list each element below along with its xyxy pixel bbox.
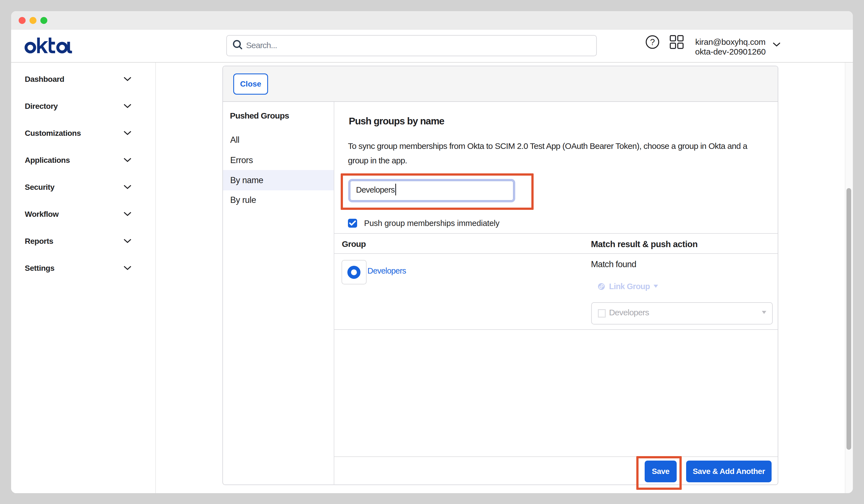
svg-text:?: ?: [650, 37, 655, 47]
